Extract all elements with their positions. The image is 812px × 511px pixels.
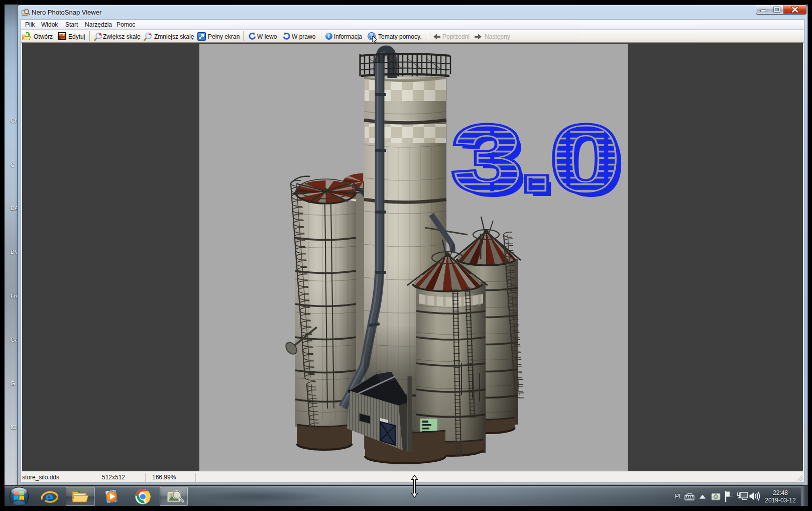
svg-text:3.0: 3.0 (452, 107, 618, 211)
